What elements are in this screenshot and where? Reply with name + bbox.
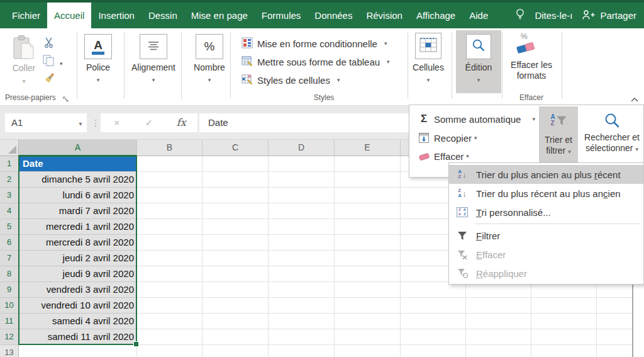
number-group-label: Nombre <box>189 62 230 72</box>
cell-A5[interactable]: mercredi 1 avril 2020 <box>19 219 137 235</box>
menu-item-custom-sort[interactable]: ZAAZ Tri personnalisé... <box>449 203 643 222</box>
row-header-10[interactable]: 10 <box>0 298 19 314</box>
font-group-label: Police <box>78 62 118 72</box>
fill-label: Recopier <box>434 133 472 144</box>
tab-aide[interactable]: Aide <box>462 3 495 28</box>
alignment-button[interactable] <box>140 34 167 59</box>
cell-A13[interactable] <box>19 345 137 357</box>
tab-mise-en-page[interactable]: Mise en page <box>184 3 255 28</box>
tab-dessin[interactable]: Dessin <box>142 3 184 28</box>
formula-bar-divider: ⋮ <box>91 113 99 132</box>
cell-styles-button[interactable]: Styles de cellules <box>242 73 340 87</box>
find-select-button[interactable]: Rechercher et sélectionner <box>580 106 643 166</box>
tab-formules[interactable]: Formules <box>255 3 308 28</box>
row-header-2[interactable]: 2 <box>0 172 19 188</box>
tabbar-right-cluster: Dites-le-ı Partager <box>515 3 636 28</box>
dropdown-caret[interactable] <box>408 73 449 84</box>
autosum-button[interactable]: Σ Somme automatique <box>417 111 535 127</box>
tab-fichier[interactable]: Fichier <box>5 3 47 28</box>
share-button[interactable]: Partager <box>582 9 636 22</box>
name-box-dropdown-caret[interactable] <box>74 113 87 132</box>
clear-formats-button[interactable]: % <box>514 31 540 57</box>
row-header-3[interactable]: 3 <box>0 188 19 203</box>
column-header-B[interactable]: B <box>137 140 203 156</box>
sort-filter-button[interactable]: AZ Trier et filtrer <box>539 106 578 166</box>
dropdown-caret[interactable] <box>60 57 63 68</box>
cell-A6[interactable]: mercredi 8 avril 2020 <box>19 235 137 251</box>
tab-insertion[interactable]: Insertion <box>91 3 142 28</box>
tab-accueil[interactable]: Accueil <box>47 3 91 28</box>
row-header-12[interactable]: 12 <box>0 329 19 345</box>
menu-item-label: Effacer <box>476 249 506 260</box>
enter-button[interactable]: ✓ <box>133 113 165 132</box>
tab-revision[interactable]: Révision <box>359 3 409 28</box>
fill-button[interactable]: Recopier <box>417 130 477 145</box>
lightbulb-icon[interactable] <box>515 8 525 23</box>
dropdown-caret[interactable] <box>78 73 118 84</box>
sort-filter-label-2: filtrer <box>546 145 571 157</box>
paste-label: Coller <box>6 63 42 73</box>
cell-A3[interactable]: lundi 6 avril 2020 <box>19 188 137 203</box>
cell-A2[interactable]: dimanche 5 avril 2020 <box>19 172 137 188</box>
cancel-button[interactable]: × <box>101 113 133 132</box>
tab-donnees[interactable]: Données <box>308 3 359 28</box>
cell-A4[interactable]: mardi 7 avril 2020 <box>19 203 137 219</box>
copy-button[interactable] <box>43 55 63 69</box>
cell-styles-label: Styles de cellules <box>257 75 330 86</box>
column-header-D[interactable]: D <box>269 140 335 156</box>
row-header-1[interactable]: 1 <box>0 156 19 172</box>
dropdown-caret[interactable] <box>457 73 501 84</box>
font-icon: A <box>92 38 104 55</box>
dropdown-caret[interactable] <box>128 73 179 84</box>
select-all-corner[interactable] <box>0 140 19 156</box>
menu-item-sort-oldest-newest[interactable]: AZ ↓ Trier du plus ancien au plus récent <box>449 165 643 184</box>
menu-item-filter[interactable]: Filtrer <box>449 226 643 245</box>
dropdown-caret[interactable] <box>6 74 42 86</box>
row-header-8[interactable]: 8 <box>0 266 19 282</box>
cell-A11[interactable]: samedi 4 avril 2020 <box>19 314 137 329</box>
row-header-7[interactable]: 7 <box>0 251 19 266</box>
column-header-A[interactable]: A <box>19 140 137 156</box>
formula-buttons: × ✓ fx <box>101 113 197 132</box>
cell-A8[interactable]: jeudi 9 avril 2020 <box>19 266 137 282</box>
collapse-ribbon-icon[interactable] <box>630 94 639 105</box>
fill-handle[interactable] <box>133 341 139 347</box>
clear-formats-label-1: Effacer les <box>502 60 561 71</box>
menu-item-label: Tri personnalisé... <box>476 207 551 218</box>
group-separator <box>452 32 452 99</box>
menu-item-sort-newest-oldest[interactable]: ZA ↓ Trier du plus récent au plus ancien <box>449 184 643 203</box>
column-header-E[interactable]: E <box>335 140 401 156</box>
insert-function-button[interactable]: fx <box>165 113 197 132</box>
font-button[interactable]: A <box>84 34 112 59</box>
excel-window: Fichier Accueil Insertion Dessin Mise en… <box>0 0 644 357</box>
tab-affichage[interactable]: Affichage <box>409 3 462 28</box>
row-header-6[interactable]: 6 <box>0 235 19 251</box>
format-painter-button[interactable] <box>44 72 55 86</box>
cell-A12[interactable]: samedi 11 avril 2020 <box>19 329 137 345</box>
dialog-launcher-icon[interactable] <box>63 94 70 106</box>
row-header-11[interactable]: 11 <box>0 314 19 329</box>
cells-button[interactable] <box>415 33 441 59</box>
gridline <box>334 156 335 357</box>
tell-me-box[interactable]: Dites-le-ı <box>535 10 572 21</box>
column-header-C[interactable]: C <box>203 140 269 156</box>
paste-button[interactable] <box>11 35 36 64</box>
row-header-9[interactable]: 9 <box>0 282 19 298</box>
dropdown-caret[interactable] <box>189 73 230 84</box>
row-header-13[interactable]: 13 <box>0 345 19 357</box>
sort-filter-menu: AZ ↓ Trier du plus ancien au plus récent… <box>448 162 644 285</box>
cell-A7[interactable]: jeudi 2 avril 2020 <box>19 251 137 266</box>
number-format-button[interactable]: % <box>196 34 223 59</box>
clear-button[interactable]: Effacer <box>417 149 469 164</box>
clipboard-icon <box>11 52 36 63</box>
cut-button[interactable] <box>44 37 54 50</box>
editing-button[interactable] <box>466 34 491 59</box>
conditional-formatting-button[interactable]: Mise en forme conditionnelle <box>242 37 387 50</box>
autosum-label: Somme automatique <box>434 114 521 125</box>
format-as-table-button[interactable]: Mettre sous forme de tableau <box>242 55 390 69</box>
row-header-4[interactable]: 4 <box>0 203 19 219</box>
cell-A9[interactable]: vendredi 3 avril 2020 <box>19 282 137 298</box>
row-header-5[interactable]: 5 <box>0 219 19 235</box>
cell-A10[interactable]: vendredi 10 avril 2020 <box>19 298 137 314</box>
cell-A1[interactable]: Date <box>19 156 137 172</box>
